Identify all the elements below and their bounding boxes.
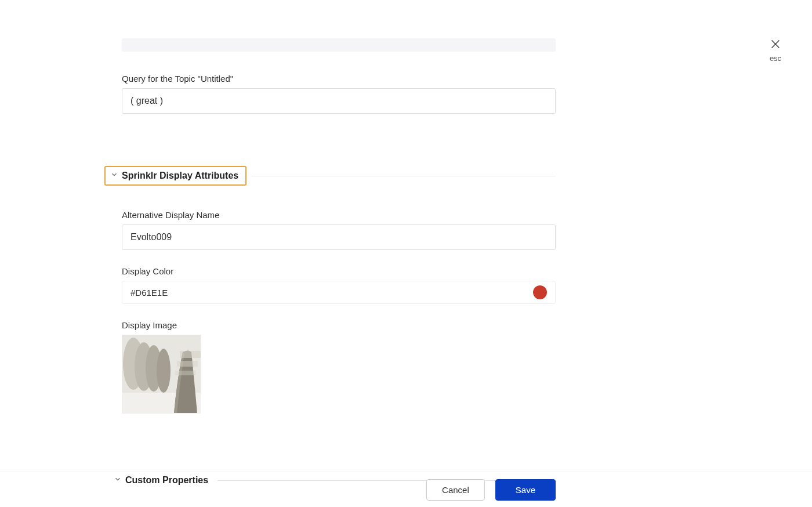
display-color-input[interactable]: #D61E1E	[122, 281, 556, 304]
svg-rect-9	[177, 361, 198, 367]
section-title-display-attributes: Sprinklr Display Attributes	[122, 171, 238, 181]
cancel-button[interactable]: Cancel	[426, 479, 485, 501]
display-image-thumbnail[interactable]	[122, 335, 201, 414]
close-label: esc	[770, 54, 781, 63]
alt-name-input[interactable]	[122, 224, 556, 250]
alt-name-field-group: Alternative Display Name	[122, 210, 556, 250]
alt-name-label: Alternative Display Name	[122, 210, 556, 220]
query-input[interactable]	[122, 88, 556, 114]
query-field-group: Query for the Topic "Untitled"	[122, 74, 556, 114]
close-icon	[769, 38, 782, 53]
display-color-label: Display Color	[122, 266, 556, 276]
display-color-value: #D61E1E	[130, 288, 168, 298]
section-header-display-attributes[interactable]: Sprinklr Display Attributes	[104, 166, 556, 186]
chevron-down-icon	[110, 171, 118, 181]
save-button[interactable]: Save	[495, 479, 556, 501]
svg-point-7	[157, 349, 171, 393]
placeholder-bar	[122, 38, 556, 52]
display-image-label: Display Image	[122, 320, 556, 330]
color-swatch	[533, 285, 547, 299]
svg-rect-10	[175, 371, 196, 375]
section-divider	[251, 176, 556, 176]
display-image-field-group: Display Image	[122, 320, 556, 414]
display-attributes-body: Alternative Display Name Display Color #…	[122, 210, 556, 414]
svg-rect-8	[180, 351, 201, 358]
form-content: Query for the Topic "Untitled" Sprinklr …	[122, 38, 556, 489]
display-color-field-group: Display Color #D61E1E	[122, 266, 556, 304]
query-label: Query for the Topic "Untitled"	[122, 74, 556, 84]
close-button[interactable]: esc	[769, 38, 782, 63]
footer: Cancel Save	[0, 472, 812, 507]
